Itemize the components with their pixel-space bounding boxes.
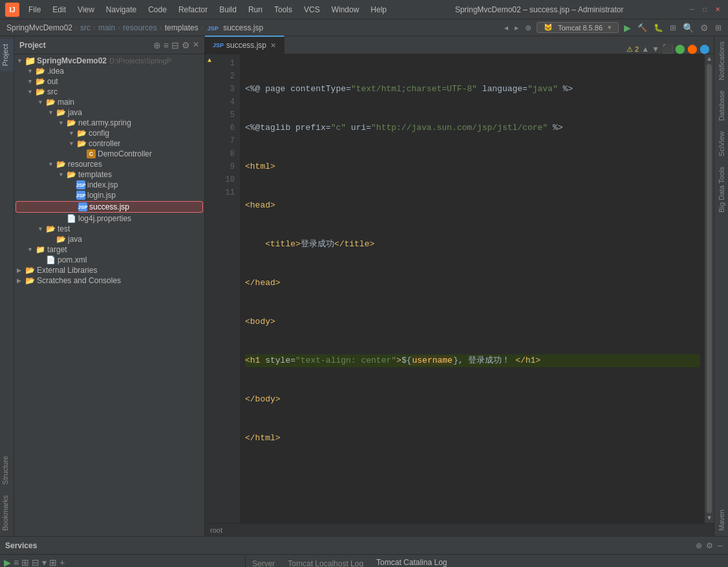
breadcrumb-templates[interactable]: templates: [165, 23, 198, 32]
tree-item-idea[interactable]: ▼ 📂 .idea: [14, 66, 204, 76]
tree-item-resources[interactable]: ▼ 📂 resources: [14, 159, 204, 169]
tree-label-index: index.jsp: [87, 180, 118, 189]
tree-item-templates[interactable]: ▼ 📂 templates: [14, 169, 204, 180]
svc-filter2-icon[interactable]: ⊞: [49, 557, 57, 567]
warning-badge: ⚠ 2: [626, 45, 639, 54]
tree-item-src[interactable]: ▼ 📂 src: [14, 87, 204, 97]
toolbar-more-icon[interactable]: ⊞: [715, 23, 722, 32]
chrome-icon[interactable]: ⬤: [675, 43, 685, 54]
editor-tab-success-jsp[interactable]: JSP success.jsp ✕: [205, 36, 284, 54]
menu-vcs[interactable]: VCS: [299, 4, 325, 16]
tomcat-badge[interactable]: 🐱 Tomcat 8.5.86 ▾: [537, 22, 619, 33]
breadcrumb-project[interactable]: SpringMvcDemo02: [6, 23, 72, 32]
svc-list-icon[interactable]: ≡: [14, 557, 19, 567]
code-line-5: <title>登录成功</title>: [245, 238, 700, 251]
tree-item-external-libs[interactable]: ▶ 📂 External Libraries: [14, 265, 204, 275]
tree-item-root[interactable]: ▼ 📁 SpringMvcDemo02 D:\Projects\SpringP: [14, 56, 204, 66]
navigate-back-icon[interactable]: ◂: [504, 23, 508, 32]
breadcrumb-src[interactable]: src: [80, 23, 91, 32]
sciview-tab[interactable]: SciView: [716, 126, 727, 162]
bigdata-tab[interactable]: Big Data Tools: [716, 162, 727, 218]
bookmarks-tab-label[interactable]: Bookmarks: [0, 490, 14, 536]
navigate-target-icon[interactable]: ⊕: [525, 23, 531, 32]
menu-help[interactable]: Help: [365, 4, 392, 16]
tree-item-pom[interactable]: 📄 pom.xml: [14, 255, 204, 265]
tree-item-java[interactable]: ▼ 📂 java: [14, 107, 204, 118]
project-tab-label[interactable]: Project: [0, 39, 14, 71]
minimize-button[interactable]: ─: [687, 5, 697, 15]
menu-tools[interactable]: Tools: [269, 4, 297, 16]
tab-catalina-log[interactable]: Tomcat Catalina Log: [370, 555, 453, 567]
scroll-thumb[interactable]: [707, 64, 712, 513]
edge-icon[interactable]: ⬤: [700, 43, 710, 54]
svc-filter-icon[interactable]: ▾: [42, 557, 47, 567]
breadcrumb-resources[interactable]: resources: [123, 23, 157, 32]
idea-browser-icon[interactable]: ⬛: [662, 43, 673, 54]
maven-tab[interactable]: Maven: [716, 504, 727, 536]
tab-server[interactable]: Server: [246, 557, 281, 567]
debug-icon[interactable]: 🐛: [654, 23, 663, 32]
expand-services-icon[interactable]: ⊕: [696, 541, 702, 550]
tree-item-log4j[interactable]: 📄 log4j.properties: [14, 213, 204, 224]
folder-config-icon: 📂: [76, 129, 87, 138]
tree-item-package[interactable]: ▼ 📂 net.army.spring: [14, 118, 204, 128]
svc-add-icon[interactable]: +: [59, 557, 65, 567]
panel-settings-icon[interactable]: ⚙: [182, 40, 190, 50]
collapse-editor-icon[interactable]: ▼: [652, 45, 659, 54]
structure-tab-label[interactable]: Structure: [0, 451, 14, 490]
panel-close-icon[interactable]: ✕: [193, 40, 199, 50]
services-settings-icon[interactable]: ⚙: [706, 541, 713, 550]
breadcrumb-main[interactable]: main: [98, 23, 115, 32]
tree-item-out[interactable]: ▼ 📂 out: [14, 76, 204, 87]
menu-run[interactable]: Run: [243, 4, 268, 16]
svc-list2-icon[interactable]: ⊞: [21, 557, 29, 567]
tree-item-config[interactable]: ▼ 📂 config: [14, 128, 204, 138]
notifications-tab[interactable]: Notifications: [716, 36, 727, 85]
menu-file[interactable]: File: [23, 4, 46, 16]
tree-item-index-jsp[interactable]: JSP index.jsp: [14, 180, 204, 190]
close-button[interactable]: ✕: [712, 5, 723, 15]
tree-item-controller[interactable]: ▼ 📂 controller: [14, 138, 204, 149]
menu-build[interactable]: Build: [214, 4, 242, 16]
menu-window[interactable]: Window: [327, 4, 365, 16]
navigate-forward-icon[interactable]: ▸: [515, 23, 519, 32]
menu-refactor[interactable]: Refactor: [173, 4, 213, 16]
scroll-down-icon[interactable]: ▼: [707, 515, 711, 522]
left-tab-strip: Project Structure Bookmarks: [0, 36, 14, 536]
list-icon[interactable]: ≡: [164, 40, 169, 50]
expand-icon[interactable]: ▲: [641, 45, 649, 54]
coverage-icon[interactable]: ⊞: [670, 23, 676, 32]
menu-navigate[interactable]: Navigate: [101, 4, 142, 16]
build-icon[interactable]: 🔨: [637, 23, 647, 32]
tree-item-test[interactable]: ▼ 📂 test: [14, 224, 204, 234]
tab-localhost-log[interactable]: Tomcat Localhost Log: [281, 557, 370, 567]
tree-item-test-java[interactable]: 📂 java: [14, 234, 204, 244]
close-services-icon[interactable]: ─: [717, 541, 723, 550]
tree-item-scratches[interactable]: ▶ 📂 Scratches and Consoles: [14, 275, 204, 286]
maximize-button[interactable]: □: [700, 5, 710, 15]
scroll-up-icon[interactable]: ▲: [707, 56, 711, 63]
menu-view[interactable]: View: [72, 4, 100, 16]
tree-item-main[interactable]: ▼ 📂 main: [14, 97, 204, 107]
svc-tree-icon[interactable]: ⊟: [32, 557, 39, 567]
code-area[interactable]: <%@ page contentType="text/html;charset=…: [240, 54, 705, 523]
settings-icon[interactable]: ⚙: [700, 23, 709, 33]
collapse-icon[interactable]: ⊟: [171, 40, 179, 50]
search-icon[interactable]: 🔍: [683, 23, 694, 33]
project-path: D:\Projects\SpringP: [109, 57, 171, 65]
folder-res-icon: 📂: [56, 160, 66, 169]
tree-arrow: ▼: [17, 58, 25, 64]
tree-item-democontroller[interactable]: C DemoController: [14, 149, 204, 159]
svc-run-icon[interactable]: ▶: [4, 557, 11, 567]
tomcat-dropdown-icon[interactable]: ▾: [608, 23, 612, 32]
add-icon[interactable]: ⊕: [153, 40, 161, 50]
tree-item-target[interactable]: ▼ 📁 target: [14, 244, 204, 255]
menu-edit[interactable]: Edit: [47, 4, 71, 16]
tree-label-target: target: [47, 245, 67, 254]
tree-item-success-jsp[interactable]: JSP success.jsp: [16, 201, 203, 213]
tree-item-login-jsp[interactable]: JSP login.jsp: [14, 190, 204, 200]
menu-code[interactable]: Code: [143, 4, 172, 16]
firefox-icon[interactable]: ⬤: [687, 43, 698, 54]
database-tab[interactable]: Database: [716, 85, 727, 126]
run-button[interactable]: ▶: [624, 23, 631, 33]
